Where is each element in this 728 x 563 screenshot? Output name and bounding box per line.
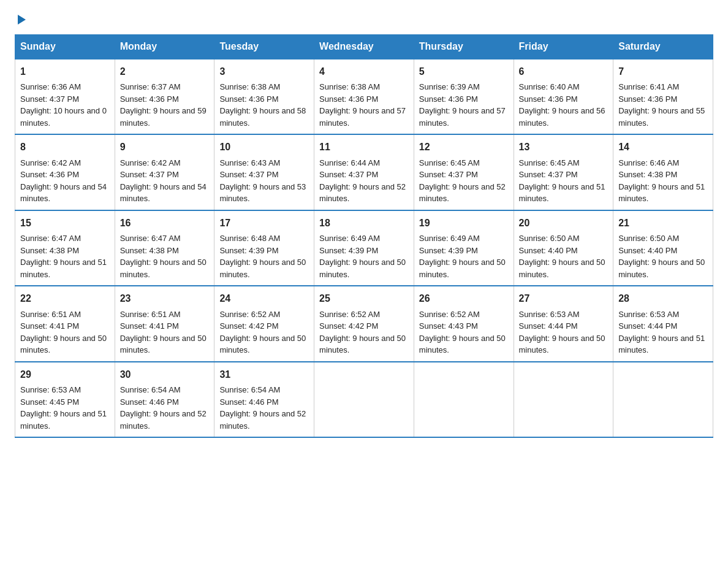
day-info: Sunrise: 6:50 AMSunset: 4:40 PMDaylight:…	[618, 234, 705, 279]
day-number: 1	[20, 64, 110, 79]
day-info: Sunrise: 6:37 AMSunset: 4:36 PMDaylight:…	[120, 82, 207, 128]
day-number: 4	[319, 64, 409, 79]
day-number: 5	[419, 64, 509, 79]
day-info: Sunrise: 6:45 AMSunset: 4:37 PMDaylight:…	[519, 158, 605, 204]
logo-arrow-icon	[18, 15, 26, 25]
calendar-day-cell: 20 Sunrise: 6:50 AMSunset: 4:40 PMDaylig…	[514, 210, 613, 286]
calendar-day-cell: 26 Sunrise: 6:52 AMSunset: 4:43 PMDaylig…	[414, 286, 514, 361]
day-number: 25	[319, 291, 409, 305]
day-info: Sunrise: 6:52 AMSunset: 4:42 PMDaylight:…	[219, 310, 306, 355]
day-number: 31	[219, 367, 309, 381]
calendar-week-row: 22 Sunrise: 6:51 AMSunset: 4:41 PMDaylig…	[15, 286, 713, 361]
calendar-day-cell: 15 Sunrise: 6:47 AMSunset: 4:38 PMDaylig…	[15, 210, 115, 286]
calendar-day-cell: 4 Sunrise: 6:38 AMSunset: 4:36 PMDayligh…	[314, 59, 414, 134]
calendar-day-cell: 24 Sunrise: 6:52 AMSunset: 4:42 PMDaylig…	[214, 286, 314, 361]
calendar-day-cell: 10 Sunrise: 6:43 AMSunset: 4:37 PMDaylig…	[214, 134, 314, 210]
calendar-day-cell: 6 Sunrise: 6:40 AMSunset: 4:36 PMDayligh…	[514, 59, 613, 134]
day-info: Sunrise: 6:47 AMSunset: 4:38 PMDaylight:…	[120, 234, 207, 279]
day-info: Sunrise: 6:41 AMSunset: 4:36 PMDaylight:…	[618, 82, 705, 128]
calendar-day-cell: 8 Sunrise: 6:42 AMSunset: 4:36 PMDayligh…	[15, 134, 115, 210]
calendar-week-row: 15 Sunrise: 6:47 AMSunset: 4:38 PMDaylig…	[15, 210, 713, 286]
calendar-day-cell: 2 Sunrise: 6:37 AMSunset: 4:36 PMDayligh…	[115, 59, 214, 134]
calendar-day-cell: 22 Sunrise: 6:51 AMSunset: 4:41 PMDaylig…	[15, 286, 115, 361]
calendar-day-cell: 25 Sunrise: 6:52 AMSunset: 4:42 PMDaylig…	[314, 286, 414, 361]
calendar-day-cell: 17 Sunrise: 6:48 AMSunset: 4:39 PMDaylig…	[214, 210, 314, 286]
day-info: Sunrise: 6:53 AMSunset: 4:45 PMDaylight:…	[20, 385, 107, 431]
day-info: Sunrise: 6:51 AMSunset: 4:41 PMDaylight:…	[120, 310, 207, 355]
day-of-week-header: Monday	[115, 35, 214, 59]
day-info: Sunrise: 6:38 AMSunset: 4:36 PMDaylight:…	[319, 82, 406, 128]
day-number: 23	[120, 291, 210, 305]
calendar-day-cell	[414, 362, 514, 437]
day-of-week-header: Sunday	[15, 35, 115, 59]
day-info: Sunrise: 6:42 AMSunset: 4:36 PMDaylight:…	[20, 158, 107, 204]
day-number: 7	[618, 64, 708, 79]
calendar-week-row: 8 Sunrise: 6:42 AMSunset: 4:36 PMDayligh…	[15, 134, 713, 210]
calendar-day-cell	[314, 362, 414, 437]
day-info: Sunrise: 6:54 AMSunset: 4:46 PMDaylight:…	[219, 385, 306, 431]
calendar-day-cell: 21 Sunrise: 6:50 AMSunset: 4:40 PMDaylig…	[613, 210, 713, 286]
day-number: 10	[219, 140, 309, 154]
calendar-day-cell: 27 Sunrise: 6:53 AMSunset: 4:44 PMDaylig…	[514, 286, 613, 361]
day-number: 19	[419, 216, 509, 230]
day-number: 20	[519, 216, 609, 230]
day-number: 9	[120, 140, 210, 154]
day-number: 2	[120, 64, 210, 79]
calendar-day-cell: 9 Sunrise: 6:42 AMSunset: 4:37 PMDayligh…	[115, 134, 214, 210]
day-number: 21	[618, 216, 708, 230]
day-number: 15	[20, 216, 110, 230]
day-number: 28	[618, 291, 708, 305]
day-info: Sunrise: 6:46 AMSunset: 4:38 PMDaylight:…	[618, 158, 705, 204]
day-info: Sunrise: 6:53 AMSunset: 4:44 PMDaylight:…	[519, 310, 605, 355]
day-number: 18	[319, 216, 409, 230]
calendar-day-cell: 28 Sunrise: 6:53 AMSunset: 4:44 PMDaylig…	[613, 286, 713, 361]
day-info: Sunrise: 6:49 AMSunset: 4:39 PMDaylight:…	[419, 234, 506, 279]
day-info: Sunrise: 6:48 AMSunset: 4:39 PMDaylight:…	[219, 234, 306, 279]
calendar-day-cell: 14 Sunrise: 6:46 AMSunset: 4:38 PMDaylig…	[613, 134, 713, 210]
page-header	[15, 15, 713, 25]
calendar-day-cell: 29 Sunrise: 6:53 AMSunset: 4:45 PMDaylig…	[15, 362, 115, 437]
calendar-week-row: 29 Sunrise: 6:53 AMSunset: 4:45 PMDaylig…	[15, 362, 713, 437]
day-info: Sunrise: 6:50 AMSunset: 4:40 PMDaylight:…	[519, 234, 605, 279]
calendar-day-cell: 1 Sunrise: 6:36 AMSunset: 4:37 PMDayligh…	[15, 59, 115, 134]
calendar-day-cell: 13 Sunrise: 6:45 AMSunset: 4:37 PMDaylig…	[514, 134, 613, 210]
day-number: 27	[519, 291, 609, 305]
calendar-day-cell: 31 Sunrise: 6:54 AMSunset: 4:46 PMDaylig…	[214, 362, 314, 437]
calendar-day-cell: 7 Sunrise: 6:41 AMSunset: 4:36 PMDayligh…	[613, 59, 713, 134]
day-number: 6	[519, 64, 609, 79]
calendar-day-cell	[613, 362, 713, 437]
day-number: 8	[20, 140, 110, 154]
calendar-day-cell: 16 Sunrise: 6:47 AMSunset: 4:38 PMDaylig…	[115, 210, 214, 286]
day-number: 30	[120, 367, 210, 381]
calendar-day-cell: 11 Sunrise: 6:44 AMSunset: 4:37 PMDaylig…	[314, 134, 414, 210]
calendar-day-cell	[514, 362, 613, 437]
day-of-week-header: Friday	[514, 35, 613, 59]
day-info: Sunrise: 6:43 AMSunset: 4:37 PMDaylight:…	[219, 158, 306, 204]
day-info: Sunrise: 6:47 AMSunset: 4:38 PMDaylight:…	[20, 234, 107, 279]
calendar-day-cell: 3 Sunrise: 6:38 AMSunset: 4:36 PMDayligh…	[214, 59, 314, 134]
logo	[15, 15, 26, 25]
day-number: 14	[618, 140, 708, 154]
day-of-week-header: Tuesday	[214, 35, 314, 59]
calendar-day-cell: 23 Sunrise: 6:51 AMSunset: 4:41 PMDaylig…	[115, 286, 214, 361]
day-number: 17	[219, 216, 309, 230]
day-number: 26	[419, 291, 509, 305]
day-number: 22	[20, 291, 110, 305]
day-info: Sunrise: 6:52 AMSunset: 4:42 PMDaylight:…	[319, 310, 406, 355]
calendar-day-cell: 19 Sunrise: 6:49 AMSunset: 4:39 PMDaylig…	[414, 210, 514, 286]
calendar-day-cell: 12 Sunrise: 6:45 AMSunset: 4:37 PMDaylig…	[414, 134, 514, 210]
day-info: Sunrise: 6:36 AMSunset: 4:37 PMDaylight:…	[20, 82, 107, 128]
calendar-day-cell: 5 Sunrise: 6:39 AMSunset: 4:36 PMDayligh…	[414, 59, 514, 134]
day-number: 12	[419, 140, 509, 154]
day-info: Sunrise: 6:52 AMSunset: 4:43 PMDaylight:…	[419, 310, 506, 355]
day-number: 16	[120, 216, 210, 230]
day-number: 29	[20, 367, 110, 381]
day-info: Sunrise: 6:39 AMSunset: 4:36 PMDaylight:…	[419, 82, 506, 128]
day-info: Sunrise: 6:44 AMSunset: 4:37 PMDaylight:…	[319, 158, 406, 204]
calendar-day-cell: 18 Sunrise: 6:49 AMSunset: 4:39 PMDaylig…	[314, 210, 414, 286]
calendar-week-row: 1 Sunrise: 6:36 AMSunset: 4:37 PMDayligh…	[15, 59, 713, 134]
day-info: Sunrise: 6:49 AMSunset: 4:39 PMDaylight:…	[319, 234, 406, 279]
day-number: 24	[219, 291, 309, 305]
day-of-week-header: Saturday	[613, 35, 713, 59]
day-number: 13	[519, 140, 609, 154]
